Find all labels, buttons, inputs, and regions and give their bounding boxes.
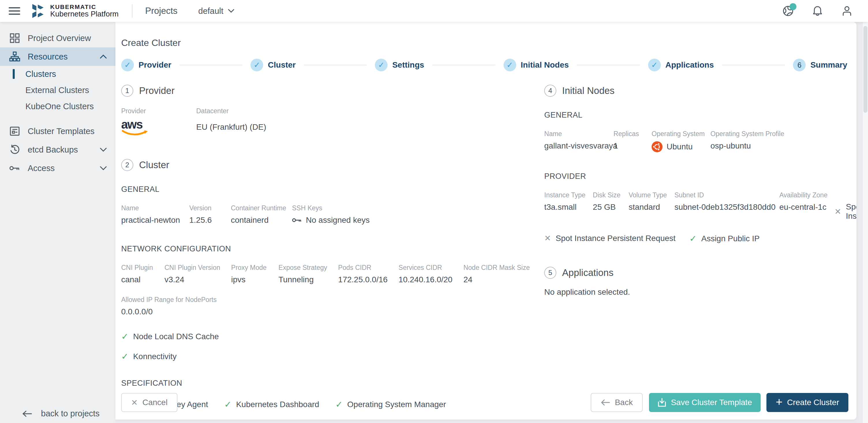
sidebar-item-clusters[interactable]: Clusters (0, 66, 116, 82)
step-cluster[interactable]: ✓ Cluster (250, 59, 296, 72)
step-provider[interactable]: ✓ Provider (121, 59, 172, 72)
plus-icon: + (776, 396, 782, 408)
sidebar-item-resources[interactable]: Resources (0, 47, 116, 66)
step-settings[interactable]: ✓ Settings (375, 59, 424, 72)
cancel-button[interactable]: ✕ Cancel (121, 393, 178, 412)
volume-type-value: standard (628, 202, 664, 212)
user-account-icon[interactable] (841, 5, 853, 17)
scrollbar-thumb[interactable] (863, 26, 867, 113)
step-summary[interactable]: 6 Summary (793, 59, 847, 72)
back-button[interactable]: Back (591, 393, 643, 412)
subnet-id-value: subnet-0deb1325f3d180dd0 (674, 202, 769, 212)
cni-plugin-value: canal (121, 275, 154, 284)
sidebar-item-label: etcd Backups (28, 145, 78, 154)
proxy-mode-value: ipvs (231, 275, 268, 284)
key-icon (9, 165, 20, 172)
pods-cidr-value: 172.25.0.0/16 (338, 275, 388, 284)
help-globe-icon[interactable] (782, 5, 794, 17)
instance-type-value: t3a.small (544, 202, 583, 212)
project-selector[interactable]: default (198, 6, 234, 16)
no-applications-text: No application selected. (544, 287, 857, 297)
sidebar-item-label: Project Overview (28, 33, 91, 43)
sidebar-item-access[interactable]: Access (0, 159, 116, 177)
section-title: Applications (562, 267, 614, 278)
section-number: 1 (121, 85, 133, 97)
brand-line1: KUBERMATIC (50, 4, 119, 10)
os-value: Ubuntu (666, 142, 692, 151)
sidebar-item-label: Cluster Templates (28, 126, 95, 136)
node-name-value: gallant-visvesvaraya (544, 141, 601, 150)
chevron-up-icon (100, 55, 107, 59)
sidebar-item-cluster-templates[interactable]: Cluster Templates (0, 122, 116, 140)
wizard-footer: ✕ Cancel Back Save Cluster Template + Cr… (121, 393, 848, 412)
close-icon: ✕ (131, 398, 137, 407)
spot-instance-disabled: ✕ Spot Instance (835, 202, 857, 221)
kubermatic-logo-icon (30, 3, 45, 19)
section-title: Provider (139, 85, 175, 96)
spot-instance-persistent-request-disabled: ✕ Spot Instance Persistent Request (544, 233, 676, 243)
notifications-bell-icon[interactable] (811, 5, 824, 17)
chevron-down-icon (100, 148, 107, 152)
sidebar-item-label: Access (28, 164, 55, 173)
check-icon: ✓ (651, 60, 658, 69)
availability-zone-value: eu-central-1c (779, 202, 825, 212)
step-done-circle: ✓ (250, 59, 263, 72)
template-icon (9, 126, 20, 136)
sidebar-item-label: KubeOne Clusters (25, 102, 94, 111)
step-initial-nodes[interactable]: ✓ Initial Nodes (503, 59, 569, 72)
disk-size-value: 25 GB (593, 202, 619, 212)
step-connector (722, 65, 785, 65)
top-bar: KUBERMATIC Kubernetes Platform Projects … (0, 0, 868, 22)
check-icon: ✓ (378, 60, 385, 69)
create-cluster-button[interactable]: + Create Cluster (767, 393, 848, 412)
page-title: Create Cluster (121, 37, 848, 48)
sidebar-item-external-clusters[interactable]: External Clusters (0, 82, 116, 98)
node-local-dns-cache-enabled: ✓ Node Local DNS Cache (121, 331, 530, 341)
save-icon (658, 398, 666, 407)
scrollbar-track[interactable] (863, 22, 868, 423)
history-icon (9, 144, 20, 155)
provider-label: Provider (121, 107, 172, 115)
section-initial-nodes-header: 4 Initial Nodes (544, 85, 857, 97)
step-applications[interactable]: ✓ Applications (648, 59, 714, 72)
chevron-down-icon (228, 9, 234, 13)
allowed-ip-range-value: 0.0.0.0/0 (121, 307, 530, 316)
konnectivity-enabled: ✓ Konnectivity (121, 351, 530, 362)
step-connector (180, 65, 243, 65)
arrow-left-icon (600, 399, 610, 406)
ubuntu-logo-icon (652, 141, 662, 152)
check-icon: ✓ (124, 60, 131, 69)
cluster-name-value: practical-newton (121, 216, 178, 225)
save-cluster-template-button[interactable]: Save Cluster Template (649, 393, 761, 412)
hamburger-menu-icon[interactable] (9, 5, 20, 17)
chevron-down-icon (100, 166, 107, 170)
section-cluster-header: 2 Cluster (121, 159, 530, 171)
cluster-version-value: 1.25.6 (189, 216, 219, 225)
sidebar-item-kubeone-clusters[interactable]: KubeOne Clusters (0, 98, 116, 114)
sidebar-item-etcd-backups[interactable]: etcd Backups (0, 140, 116, 159)
cross-icon: ✕ (544, 233, 551, 243)
section-title: Cluster (139, 160, 169, 170)
specification-heading: SPECIFICATION (121, 379, 530, 388)
general-heading: GENERAL (121, 185, 530, 194)
key-icon (292, 217, 302, 223)
projects-nav-title[interactable]: Projects (145, 6, 178, 16)
cni-version-value: v3.24 (164, 275, 220, 284)
sidebar-item-project-overview[interactable]: Project Overview (0, 29, 116, 47)
aws-logo: aws (121, 118, 150, 136)
check-icon: ✓ (506, 60, 513, 69)
network-configuration-heading: NETWORK CONFIGURATION (121, 245, 530, 253)
general-heading: GENERAL (544, 111, 857, 120)
node-cidr-mask-value: 24 (463, 275, 530, 284)
create-cluster-card: Create Cluster ✓ Provider ✓ Cluster ✓ Se… (116, 22, 857, 420)
expose-strategy-value: Tunneling (278, 275, 327, 284)
step-connector (577, 65, 640, 65)
section-applications-header: 5 Applications (544, 267, 857, 279)
check-icon: ✓ (689, 233, 696, 244)
step-done-circle: ✓ (503, 59, 516, 72)
step-connector (432, 65, 495, 65)
container-runtime-value: containerd (231, 216, 280, 225)
sidebar-item-label: Resources (28, 52, 68, 61)
replicas-value: 1 (614, 141, 639, 150)
back-to-projects-link[interactable]: back to projects (0, 409, 116, 418)
